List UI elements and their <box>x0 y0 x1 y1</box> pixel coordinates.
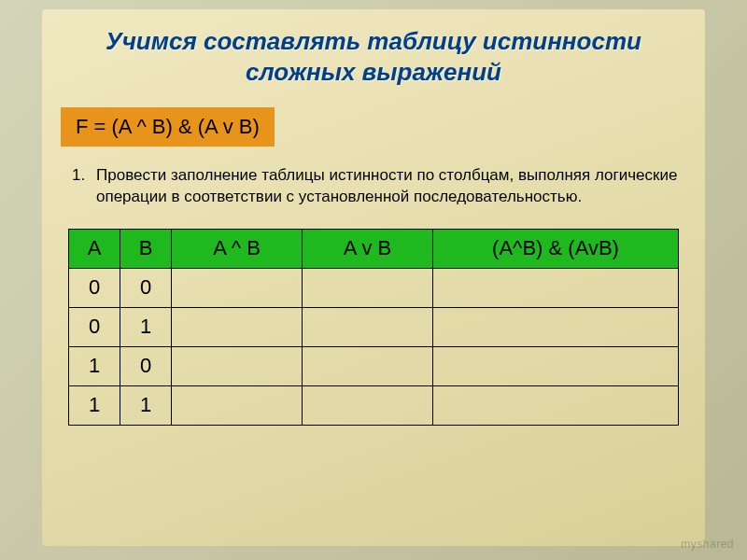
cell <box>303 307 433 346</box>
slide-container: Учимся составлять таблицу истинности сло… <box>42 9 705 546</box>
instruction-text: Провести заполнение таблицы истинности п… <box>96 165 679 208</box>
cell <box>172 346 303 385</box>
cell <box>303 268 433 307</box>
header-a-and-b: A ^ B <box>172 229 303 268</box>
cell: 0 <box>120 346 172 385</box>
slide-title: Учимся составлять таблицу истинности сло… <box>68 26 679 87</box>
cell: 0 <box>69 307 120 346</box>
table-row: 0 0 <box>69 268 679 307</box>
table-row: 0 1 <box>69 307 679 346</box>
cell: 1 <box>120 385 172 425</box>
table-row: 1 0 <box>69 346 679 385</box>
header-b: B <box>120 229 172 268</box>
formula-text: F = (A ^ B) & (A v B) <box>76 115 260 138</box>
cell <box>172 385 303 425</box>
table-header-row: A B A ^ B A v B (A^B) & (AvB) <box>69 229 679 268</box>
header-result: (A^B) & (AvB) <box>433 229 679 268</box>
cell <box>433 268 679 307</box>
instruction-number: 1. <box>72 165 89 208</box>
watermark: myshared <box>681 538 734 551</box>
cell <box>433 307 679 346</box>
header-a: A <box>69 229 120 268</box>
cell <box>172 307 303 346</box>
title-line-2: сложных выражений <box>246 58 501 86</box>
cell: 1 <box>69 385 120 425</box>
header-a-or-b: A v B <box>303 229 433 268</box>
cell: 0 <box>120 268 172 307</box>
cell: 1 <box>69 346 120 385</box>
truth-table: A B A ^ B A v B (A^B) & (AvB) 0 0 0 1 <box>68 229 679 426</box>
cell <box>433 385 679 425</box>
title-line-1: Учимся составлять таблицу истинности <box>106 27 641 55</box>
table-row: 1 1 <box>69 385 679 425</box>
cell <box>433 346 679 385</box>
cell <box>172 268 303 307</box>
formula-box: F = (A ^ B) & (A v B) <box>61 107 275 147</box>
cell: 1 <box>120 307 172 346</box>
cell: 0 <box>69 268 120 307</box>
cell <box>303 346 433 385</box>
cell <box>303 385 433 425</box>
instruction: 1. Провести заполнение таблицы истинност… <box>72 165 679 208</box>
